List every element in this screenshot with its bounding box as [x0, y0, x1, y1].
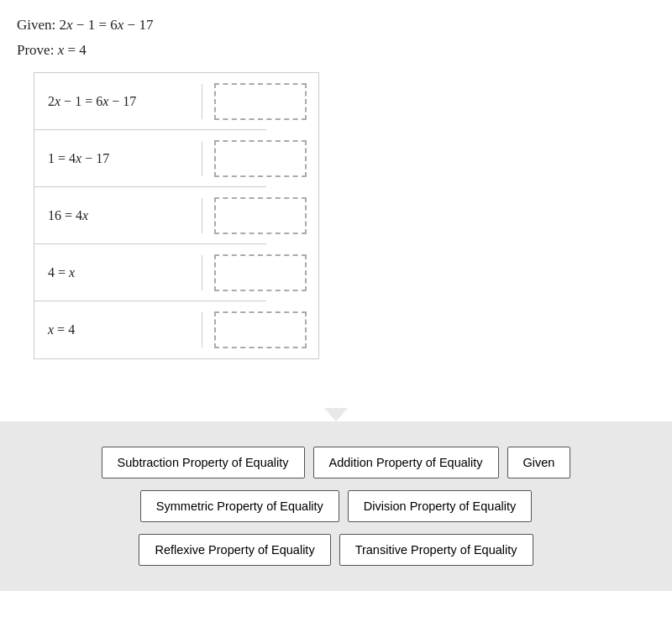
chip-symmetric[interactable]: Symmetric Property of Equality — [140, 490, 339, 522]
given-label: Given: — [17, 17, 55, 33]
statement-4: 4 = x — [34, 255, 202, 290]
drop-box-2[interactable] — [214, 140, 307, 177]
prove-value: x = 4 — [58, 42, 87, 58]
drop-box-5[interactable] — [214, 311, 307, 348]
reason-1[interactable] — [202, 75, 318, 128]
top-section: Given: 2x − 1 = 6x − 17 Prove: x = 4 2x … — [0, 0, 672, 371]
chip-reflexive[interactable]: Reflexive Property of Equality — [139, 534, 330, 566]
proof-table: 2x − 1 = 6x − 17 1 = 4x − 17 16 = 4x — [34, 72, 319, 359]
prove-line: Prove: x = 4 — [17, 42, 655, 59]
statement-2: 1 = 4x − 17 — [34, 141, 202, 176]
table-row: 4 = x — [34, 244, 266, 301]
given-equation: 2x − 1 = 6x − 17 — [60, 17, 154, 33]
chip-subtraction[interactable]: Subtraction Property of Equality — [102, 447, 305, 478]
statement-5: x = 4 — [34, 312, 202, 348]
given-line: Given: 2x − 1 = 6x − 17 — [17, 17, 655, 34]
statement-1: 2x − 1 = 6x − 17 — [34, 84, 202, 119]
answer-row-1: Subtraction Property of Equality Additio… — [102, 447, 571, 478]
table-row: x = 4 — [34, 301, 266, 358]
statement-3: 16 = 4x — [34, 198, 202, 233]
reason-2[interactable] — [202, 132, 318, 186]
answer-bank: Subtraction Property of Equality Additio… — [0, 421, 672, 591]
prove-label: Prove: — [17, 42, 54, 58]
drop-box-1[interactable] — [214, 83, 307, 120]
chip-addition[interactable]: Addition Property of Equality — [313, 447, 499, 478]
drop-box-4[interactable] — [214, 254, 307, 291]
table-row: 2x − 1 = 6x − 17 — [34, 73, 266, 130]
chip-division[interactable]: Division Property of Equality — [348, 490, 532, 522]
chip-transitive[interactable]: Transitive Property of Equality — [339, 534, 533, 566]
chip-given[interactable]: Given — [507, 447, 571, 478]
reason-3[interactable] — [202, 189, 318, 243]
drop-box-3[interactable] — [214, 197, 307, 234]
reason-5[interactable] — [202, 303, 318, 357]
answer-row-3: Reflexive Property of Equality Transitiv… — [139, 534, 533, 566]
reason-4[interactable] — [202, 246, 318, 300]
answer-row-2: Symmetric Property of Equality Division … — [140, 490, 532, 522]
table-row: 1 = 4x − 17 — [34, 130, 266, 187]
table-row: 16 = 4x — [34, 187, 266, 244]
